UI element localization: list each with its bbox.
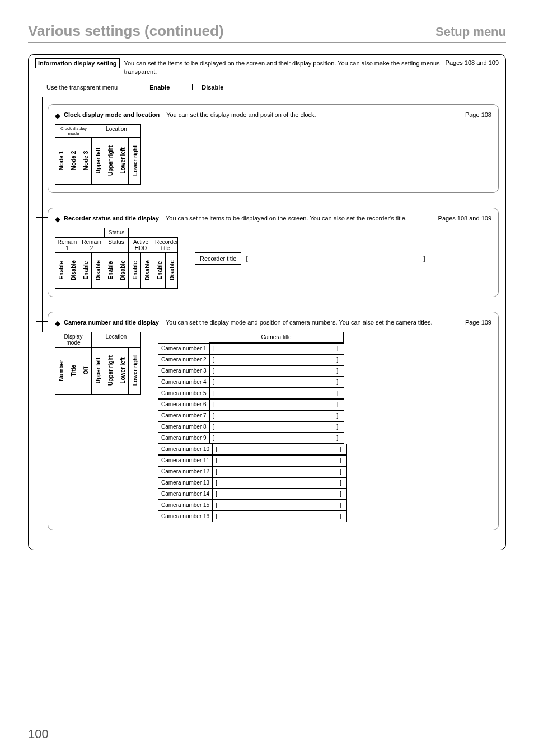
cam-row-label: Camera number 1 [158,343,210,354]
information-display-setting-box: Information display setting You can set … [28,54,506,550]
recorder-desc: You can set the items to be displayed on… [166,215,435,222]
r-col-5[interactable]: Disable [116,253,129,289]
disable-checkbox[interactable]: Disable [192,84,223,91]
recorder-status-box: ◆ Recorder status and title display You … [48,208,499,297]
r-col-8[interactable]: Enable [153,253,166,289]
outer-label: Information display setting [35,58,120,68]
cam-col-ur[interactable]: Upper right [104,348,116,395]
camera-title-table: .Camera title Camera number 1[] Camera n… [158,332,347,522]
col-lowerleft[interactable]: Lower left [116,138,129,185]
page-title: Various settings (continued) [28,22,224,40]
col-mode1[interactable]: Mode 1 [55,138,67,185]
camera-desc: You can set the display mode and positio… [166,319,462,326]
recorder-columns: Enable Disable Enable Disable Enable Dis… [55,253,178,289]
cam-title-input-10[interactable]: [] [213,444,347,455]
cam-title-input-13[interactable]: [] [213,477,347,489]
cam-col-number[interactable]: Number [55,348,67,395]
clock-pageref: Page 108 [465,111,491,118]
col-mode3[interactable]: Mode 3 [79,138,92,185]
cam-title-input-11[interactable]: [] [213,455,347,466]
diamond-icon: ◆ [55,320,60,327]
cam-row-label: Camera number 8 [158,421,210,433]
cam-col-lr[interactable]: Lower right [129,348,141,395]
r-col-3[interactable]: Disable [92,253,104,289]
cam-row-label: Camera number 3 [158,365,210,377]
cam-col-ul[interactable]: Upper left [92,348,104,395]
recorder-title-label: Recorder title [195,252,241,265]
cam-title-input-9[interactable]: [] [210,433,344,444]
cam-col-off[interactable]: Off [79,348,92,395]
cam-title-input-1[interactable]: [] [210,343,344,354]
h-status: Status [104,237,129,253]
r-col-9[interactable]: Disable [166,253,178,289]
r-col-2[interactable]: Enable [79,253,92,289]
camera-pageref: Page 109 [465,319,491,326]
recorder-title-input[interactable]: [] [246,255,425,262]
cam-row-label: Camera number 10 [158,444,213,455]
cam-group-mode: Display mode [55,332,92,348]
camera-title-header: Camera title [209,332,344,343]
cam-row-label: Camera number 4 [158,377,210,388]
enable-label: Enable [149,84,170,91]
page-number: 100 [28,727,49,741]
h-remain2: Remain 2 [79,237,104,253]
col-mode2[interactable]: Mode 2 [67,138,79,185]
r-col-0[interactable]: Enable [55,253,67,289]
clock-group-mode: Clock display mode [55,124,92,138]
cam-title-input-8[interactable]: [] [210,421,344,433]
cam-title-input-14[interactable]: [] [213,489,347,500]
cam-col-ll[interactable]: Lower left [116,348,129,395]
cam-row-label: Camera number 15 [158,500,213,511]
cam-title-input-15[interactable]: [] [213,500,347,511]
cam-row-label: Camera number 16 [158,511,213,522]
col-upperleft[interactable]: Upper left [92,138,104,185]
cam-title-input-5[interactable]: [] [210,388,344,399]
cam-row-label: Camera number 12 [158,466,213,477]
outer-pageref: Pages 108 and 109 [446,59,499,66]
cam-row-label: Camera number 7 [158,410,210,421]
r-col-7[interactable]: Disable [141,253,153,289]
cam-title-input-4[interactable]: [] [210,377,344,388]
diamond-icon: ◆ [55,215,60,223]
h-rectitle: Recorder title [153,237,178,253]
transparent-menu-label: Use the transparent menu [46,84,118,91]
cam-col-title[interactable]: Title [67,348,79,395]
recorder-pageref: Pages 108 and 109 [438,215,491,222]
cam-row-label: Camera number 6 [158,399,210,410]
cam-row-label: Camera number 11 [158,455,213,466]
cam-title-input-3[interactable]: [] [210,365,344,377]
disable-label: Disable [202,84,223,91]
col-upperright[interactable]: Upper right [104,138,116,185]
cam-group-location: Location [92,332,141,348]
cam-title-input-16[interactable]: [] [213,511,347,522]
section-heading: Setup menu [435,25,506,39]
r-col-6[interactable]: Enable [129,253,141,289]
r-col-1[interactable]: Disable [67,253,79,289]
camera-heading: Camera number and title display [64,319,159,326]
clock-heading: Clock display mode and location [64,111,160,118]
cam-row-label: Camera number 14 [158,489,213,500]
clock-desc: You can set the display mode and positio… [166,111,462,118]
diamond-icon: ◆ [55,112,60,119]
cam-row-label: Camera number 5 [158,388,210,399]
enable-checkbox[interactable]: Enable [140,84,170,91]
outer-description: You can set the items to be displayed on… [124,59,441,76]
cam-title-input-6[interactable]: [] [210,399,344,410]
cam-title-input-12[interactable]: [] [213,466,347,477]
r-col-4[interactable]: Enable [104,253,116,289]
h-activehdd: Active HDD [129,237,153,253]
cam-title-input-7[interactable]: [] [210,410,344,421]
col-lowerright[interactable]: Lower right [129,138,141,185]
h-remain1: Remain 1 [55,237,79,253]
clock-display-box: ◆ Clock display mode and location You ca… [48,104,499,193]
recorder-heading: Recorder status and title display [64,215,159,222]
clock-group-location: Location [92,124,141,138]
cam-title-input-2[interactable]: [] [210,354,344,365]
cam-row-label: Camera number 13 [158,477,213,489]
camera-number-box: ◆ Camera number and title display You ca… [48,312,499,530]
clock-columns: Mode 1 Mode 2 Mode 3 Upper left Upper ri… [55,138,141,185]
cam-row-label: Camera number 9 [158,433,210,444]
recorder-status-group: Status [104,228,129,237]
cam-row-label: Camera number 2 [158,354,210,365]
